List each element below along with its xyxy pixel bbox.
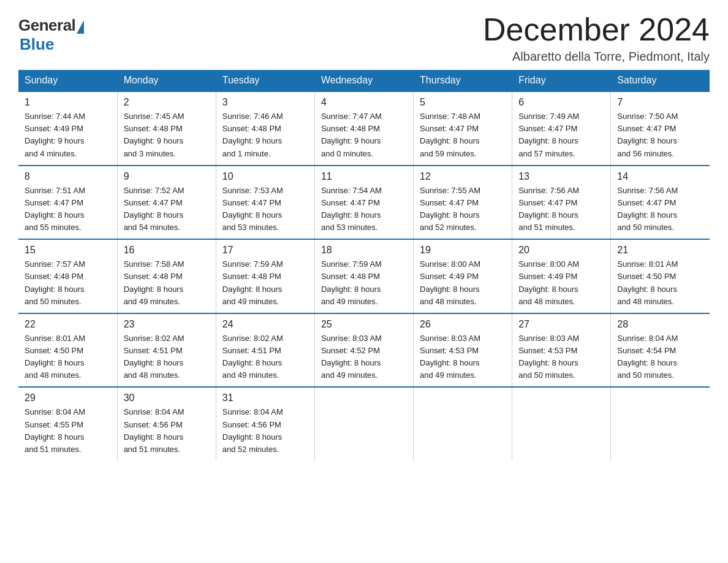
- logo-blue-text: Blue: [20, 35, 54, 54]
- calendar-day-cell: 15Sunrise: 7:57 AM Sunset: 4:48 PM Dayli…: [18, 239, 117, 313]
- day-info: Sunrise: 7:56 AM Sunset: 4:47 PM Dayligh…: [617, 185, 703, 234]
- calendar-day-cell: 6Sunrise: 7:49 AM Sunset: 4:47 PM Daylig…: [512, 91, 611, 166]
- day-number: 5: [420, 97, 506, 108]
- calendar-day-cell: 18Sunrise: 7:59 AM Sunset: 4:48 PM Dayli…: [314, 239, 413, 313]
- day-number: 1: [25, 97, 111, 108]
- day-number: 8: [25, 171, 111, 182]
- calendar-day-cell: 16Sunrise: 7:58 AM Sunset: 4:48 PM Dayli…: [117, 239, 216, 313]
- month-title: December 2024: [483, 12, 710, 47]
- day-info: Sunrise: 7:54 AM Sunset: 4:47 PM Dayligh…: [321, 185, 407, 234]
- day-info: Sunrise: 7:55 AM Sunset: 4:47 PM Dayligh…: [420, 185, 506, 234]
- day-number: 19: [420, 245, 506, 256]
- day-info: Sunrise: 8:00 AM Sunset: 4:49 PM Dayligh…: [518, 258, 604, 308]
- day-number: 17: [222, 245, 308, 256]
- day-info: Sunrise: 7:48 AM Sunset: 4:47 PM Dayligh…: [420, 110, 506, 160]
- calendar-day-cell: 5Sunrise: 7:48 AM Sunset: 4:47 PM Daylig…: [414, 91, 512, 166]
- day-number: 4: [321, 97, 407, 108]
- day-number: 26: [420, 319, 506, 330]
- day-number: 12: [420, 171, 506, 182]
- day-number: 20: [518, 245, 604, 256]
- calendar-day-header: Thursday: [414, 70, 512, 91]
- day-number: 9: [124, 171, 210, 182]
- calendar-day-header: Wednesday: [314, 70, 413, 91]
- day-number: 24: [222, 319, 308, 330]
- day-number: 7: [617, 97, 703, 108]
- calendar-day-header: Monday: [117, 70, 216, 91]
- calendar-day-cell: 10Sunrise: 7:53 AM Sunset: 4:47 PM Dayli…: [216, 166, 314, 240]
- calendar-day-cell: [611, 387, 710, 461]
- day-info: Sunrise: 8:03 AM Sunset: 4:52 PM Dayligh…: [321, 332, 407, 382]
- day-info: Sunrise: 7:45 AM Sunset: 4:48 PM Dayligh…: [124, 110, 210, 160]
- calendar-day-cell: 1Sunrise: 7:44 AM Sunset: 4:49 PM Daylig…: [18, 91, 117, 166]
- logo: General Blue: [18, 16, 84, 54]
- calendar-day-cell: 7Sunrise: 7:50 AM Sunset: 4:47 PM Daylig…: [611, 91, 710, 166]
- day-info: Sunrise: 8:01 AM Sunset: 4:50 PM Dayligh…: [25, 332, 111, 382]
- calendar-day-cell: 19Sunrise: 8:00 AM Sunset: 4:49 PM Dayli…: [414, 239, 512, 313]
- calendar-day-cell: 13Sunrise: 7:56 AM Sunset: 4:47 PM Dayli…: [512, 166, 611, 240]
- calendar-day-cell: 12Sunrise: 7:55 AM Sunset: 4:47 PM Dayli…: [414, 166, 512, 240]
- day-number: 25: [321, 319, 407, 330]
- day-info: Sunrise: 7:47 AM Sunset: 4:48 PM Dayligh…: [321, 110, 407, 160]
- page-header: General Blue December 2024 Albaretto del…: [18, 12, 710, 64]
- day-number: 10: [222, 171, 308, 182]
- day-number: 2: [124, 97, 210, 108]
- day-number: 31: [222, 393, 308, 404]
- day-info: Sunrise: 8:04 AM Sunset: 4:54 PM Dayligh…: [617, 332, 703, 382]
- day-number: 21: [617, 245, 703, 256]
- calendar-header: SundayMondayTuesdayWednesdayThursdayFrid…: [18, 70, 710, 91]
- day-info: Sunrise: 8:04 AM Sunset: 4:56 PM Dayligh…: [124, 406, 210, 456]
- day-info: Sunrise: 8:03 AM Sunset: 4:53 PM Dayligh…: [420, 332, 506, 382]
- calendar-day-cell: 25Sunrise: 8:03 AM Sunset: 4:52 PM Dayli…: [314, 313, 413, 388]
- day-number: 13: [518, 171, 604, 182]
- day-info: Sunrise: 7:58 AM Sunset: 4:48 PM Dayligh…: [124, 258, 210, 308]
- calendar-day-header: Sunday: [18, 70, 117, 91]
- day-info: Sunrise: 7:51 AM Sunset: 4:47 PM Dayligh…: [25, 185, 111, 234]
- calendar-day-header: Friday: [512, 70, 611, 91]
- calendar-day-cell: 26Sunrise: 8:03 AM Sunset: 4:53 PM Dayli…: [414, 313, 512, 388]
- day-info: Sunrise: 7:53 AM Sunset: 4:47 PM Dayligh…: [222, 185, 308, 234]
- day-number: 3: [222, 97, 308, 108]
- calendar-day-cell: [512, 387, 611, 461]
- day-info: Sunrise: 8:00 AM Sunset: 4:49 PM Dayligh…: [420, 258, 506, 308]
- calendar-day-cell: [314, 387, 413, 461]
- calendar-day-cell: 27Sunrise: 8:03 AM Sunset: 4:53 PM Dayli…: [512, 313, 611, 388]
- day-info: Sunrise: 8:02 AM Sunset: 4:51 PM Dayligh…: [124, 332, 210, 382]
- calendar-day-cell: 28Sunrise: 8:04 AM Sunset: 4:54 PM Dayli…: [611, 313, 710, 388]
- day-info: Sunrise: 7:49 AM Sunset: 4:47 PM Dayligh…: [518, 110, 604, 160]
- logo-triangle-icon: [77, 20, 84, 34]
- day-info: Sunrise: 7:46 AM Sunset: 4:48 PM Dayligh…: [222, 110, 308, 160]
- day-info: Sunrise: 7:59 AM Sunset: 4:48 PM Dayligh…: [321, 258, 407, 308]
- day-number: 16: [124, 245, 210, 256]
- day-info: Sunrise: 7:44 AM Sunset: 4:49 PM Dayligh…: [25, 110, 111, 160]
- title-block: December 2024 Albaretto della Torre, Pie…: [483, 12, 710, 64]
- day-number: 11: [321, 171, 407, 182]
- calendar-week-row: 29Sunrise: 8:04 AM Sunset: 4:55 PM Dayli…: [18, 387, 710, 461]
- calendar-day-cell: 30Sunrise: 8:04 AM Sunset: 4:56 PM Dayli…: [117, 387, 216, 461]
- calendar-table: SundayMondayTuesdayWednesdayThursdayFrid…: [18, 70, 710, 461]
- calendar-day-cell: 4Sunrise: 7:47 AM Sunset: 4:48 PM Daylig…: [314, 91, 413, 166]
- calendar-week-row: 8Sunrise: 7:51 AM Sunset: 4:47 PM Daylig…: [18, 166, 710, 240]
- day-info: Sunrise: 7:50 AM Sunset: 4:47 PM Dayligh…: [617, 110, 703, 160]
- location: Albaretto della Torre, Piedmont, Italy: [483, 50, 710, 64]
- calendar-day-cell: 21Sunrise: 8:01 AM Sunset: 4:50 PM Dayli…: [611, 239, 710, 313]
- day-number: 30: [124, 393, 210, 404]
- calendar-day-cell: 24Sunrise: 8:02 AM Sunset: 4:51 PM Dayli…: [216, 313, 314, 388]
- calendar-day-cell: 29Sunrise: 8:04 AM Sunset: 4:55 PM Dayli…: [18, 387, 117, 461]
- day-info: Sunrise: 7:57 AM Sunset: 4:48 PM Dayligh…: [25, 258, 111, 308]
- calendar-day-cell: 23Sunrise: 8:02 AM Sunset: 4:51 PM Dayli…: [117, 313, 216, 388]
- logo-general-text: General: [18, 16, 75, 35]
- calendar-day-cell: 20Sunrise: 8:00 AM Sunset: 4:49 PM Dayli…: [512, 239, 611, 313]
- calendar-body: 1Sunrise: 7:44 AM Sunset: 4:49 PM Daylig…: [18, 91, 710, 461]
- calendar-day-cell: 11Sunrise: 7:54 AM Sunset: 4:47 PM Dayli…: [314, 166, 413, 240]
- day-number: 29: [25, 393, 111, 404]
- day-info: Sunrise: 8:04 AM Sunset: 4:56 PM Dayligh…: [222, 406, 308, 456]
- calendar-day-cell: 8Sunrise: 7:51 AM Sunset: 4:47 PM Daylig…: [18, 166, 117, 240]
- day-info: Sunrise: 7:52 AM Sunset: 4:47 PM Dayligh…: [124, 185, 210, 234]
- calendar-day-header: Saturday: [611, 70, 710, 91]
- calendar-week-row: 15Sunrise: 7:57 AM Sunset: 4:48 PM Dayli…: [18, 239, 710, 313]
- calendar-day-cell: [414, 387, 512, 461]
- calendar-day-cell: 14Sunrise: 7:56 AM Sunset: 4:47 PM Dayli…: [611, 166, 710, 240]
- day-info: Sunrise: 8:04 AM Sunset: 4:55 PM Dayligh…: [25, 406, 111, 456]
- calendar-week-row: 1Sunrise: 7:44 AM Sunset: 4:49 PM Daylig…: [18, 91, 710, 166]
- day-number: 27: [518, 319, 604, 330]
